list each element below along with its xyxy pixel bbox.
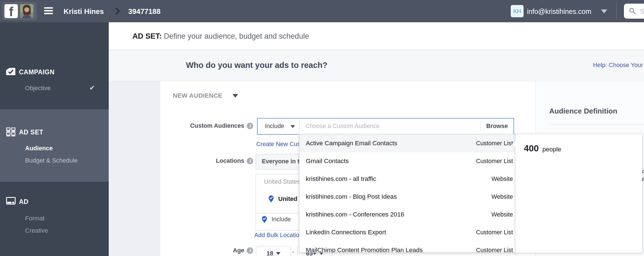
- audience-selector-caret-icon[interactable]: [233, 94, 238, 98]
- menu-hamburger-icon[interactable]: [44, 7, 53, 15]
- account-menu-caret-icon[interactable]: [601, 9, 607, 13]
- location-pin-icon: [267, 195, 275, 203]
- facebook-logo-icon[interactable]: f: [4, 4, 18, 18]
- audience-option-type: Website: [492, 211, 513, 218]
- breadcrumb-campaign-id[interactable]: 39477188: [128, 7, 161, 16]
- info-icon[interactable]: i: [247, 158, 253, 164]
- panel-text-fragment: c: [642, 168, 644, 174]
- sidebar-item-campaign[interactable]: CAMPAIGN: [19, 68, 55, 76]
- audience-option-name: MailChimp Content Promotion Plan Leads: [306, 247, 423, 253]
- sidebar-item-ad[interactable]: AD: [19, 198, 28, 206]
- objective-complete-check-icon: ✔: [89, 84, 95, 92]
- audience-option-name: kristihines.com - Conferences 2016: [306, 211, 404, 218]
- audience-option[interactable]: LinkedIn Connections Export Customer Lis…: [299, 223, 517, 241]
- audience-count: 400: [524, 143, 539, 154]
- step-name: AD SET:: [132, 32, 162, 40]
- step-title: AD SET: Define your audience, budget and…: [132, 32, 309, 41]
- audience-option-type: Website: [492, 193, 513, 200]
- sidebar-item-objective[interactable]: Objective: [25, 85, 51, 92]
- sidebar-item-adset[interactable]: AD SET: [19, 129, 43, 136]
- header-divider: [616, 3, 617, 19]
- age-min-value: 18: [267, 250, 273, 256]
- audience-option[interactable]: Active Campaign Email Contacts Customer …: [299, 134, 517, 152]
- location-pin-icon: [261, 216, 268, 223]
- sidebar-section-ad: [0, 182, 109, 256]
- include-location-row[interactable]: Include: [261, 216, 291, 223]
- step-description: Define your audience, budget and schedul…: [164, 32, 309, 40]
- audience-option-type: Customer List: [476, 158, 513, 165]
- custom-audience-dropdown: Active Campaign Email Contacts Customer …: [299, 134, 517, 253]
- sidebar-item-budget-schedule[interactable]: Budget & Schedule: [25, 157, 78, 164]
- include-mode-dropdown[interactable]: Include: [265, 123, 284, 130]
- ad-monitor-icon: [6, 197, 16, 206]
- include-mode-caret-icon[interactable]: [290, 125, 295, 128]
- audience-option-type: Customer List: [476, 140, 513, 147]
- sidebar-section-adset-active: [0, 109, 109, 182]
- audience-definition-title: Audience Definition: [549, 107, 617, 115]
- custom-audiences-label: Custom Audiences: [190, 122, 244, 129]
- audience-option[interactable]: kristihines.com - all traffic Website: [299, 170, 517, 188]
- account-email[interactable]: info@kristihines.com: [527, 8, 591, 16]
- audience-count-unit: people: [542, 146, 561, 153]
- audience-selector[interactable]: NEW AUDIENCE: [173, 92, 222, 99]
- location-tag[interactable]: United States: [264, 178, 300, 185]
- panel-text-fragment: a: [642, 176, 644, 182]
- age-min-dropdown[interactable]: 18: [256, 246, 291, 256]
- help-link[interactable]: Help: Choose Your Audience: [593, 62, 644, 69]
- custom-audience-input-placeholder[interactable]: Choose a Custom Audience: [305, 123, 380, 130]
- breadcrumb-account-name[interactable]: Kristi Hines: [64, 7, 104, 16]
- audience-option-name: kristihines.com - Blog Post Ideas: [306, 193, 397, 200]
- section-title: Who do you want your ads to reach?: [186, 61, 328, 70]
- audience-option-name: Active Campaign Email Contacts: [306, 140, 397, 147]
- adset-grid-icon: [6, 127, 16, 137]
- audience-option[interactable]: kristihines.com - Blog Post Ideas Websit…: [299, 188, 517, 206]
- top-header-bar: f Kristi Hines 39477188 KH info@kristihi…: [0, 0, 644, 22]
- search-placeholder: Search: [640, 8, 644, 15]
- audience-option[interactable]: Gmail Contacts Customer List: [299, 152, 517, 170]
- audience-option-type: Customer List: [476, 247, 513, 253]
- age-min-caret-icon: [276, 252, 280, 255]
- ads-manager-screen: f Kristi Hines 39477188 KH info@kristihi…: [0, 0, 644, 256]
- sidebar-item-creative[interactable]: Creative: [25, 227, 48, 234]
- audience-option-name: Gmail Contacts: [306, 157, 349, 165]
- audience-size: 400 people: [524, 143, 561, 154]
- locations-label: Locations: [216, 157, 244, 164]
- audience-option[interactable]: kristihines.com - Conferences 2016 Websi…: [299, 206, 517, 223]
- custom-audience-combobox[interactable]: Include Choose a Custom Audience Browse: [257, 118, 514, 135]
- account-initials-badge[interactable]: KH: [511, 5, 524, 17]
- age-label-row: Age i: [160, 247, 253, 254]
- sidebar-section-campaign: [0, 22, 109, 109]
- panel-divider: [549, 124, 644, 125]
- audience-option-name: LinkedIn Connections Export: [306, 229, 386, 236]
- audience-option-type: Website: [492, 176, 513, 183]
- audience-size-tooltip: 400 people: [515, 134, 643, 253]
- locations-label-row: Locations i: [160, 157, 253, 164]
- info-icon[interactable]: i: [247, 123, 253, 129]
- avatar-image: [20, 4, 33, 18]
- combobox-divider: [480, 120, 480, 131]
- audience-option-type: Customer List: [476, 229, 513, 236]
- include-location-mode: Include: [272, 216, 291, 223]
- content-gutter: [109, 81, 160, 256]
- age-label: Age: [233, 247, 244, 254]
- combobox-divider: [299, 120, 299, 131]
- info-icon[interactable]: i: [247, 247, 253, 254]
- audience-option[interactable]: MailChimp Content Promotion Plan Leads C…: [299, 241, 517, 253]
- campaign-flag-icon: [6, 67, 16, 77]
- custom-audiences-label-row: Custom Audiences i: [160, 122, 253, 129]
- audience-option-name: kristihines.com - all traffic: [306, 175, 376, 183]
- sidebar-item-audience[interactable]: Audience: [25, 145, 53, 152]
- search-icon: [629, 8, 636, 16]
- age-range-separator: -: [292, 248, 294, 255]
- user-avatar[interactable]: [20, 4, 33, 18]
- breadcrumb-chevron-icon: [115, 8, 120, 16]
- sidebar-item-format[interactable]: Format: [25, 215, 45, 222]
- browse-button[interactable]: Browse: [486, 123, 508, 130]
